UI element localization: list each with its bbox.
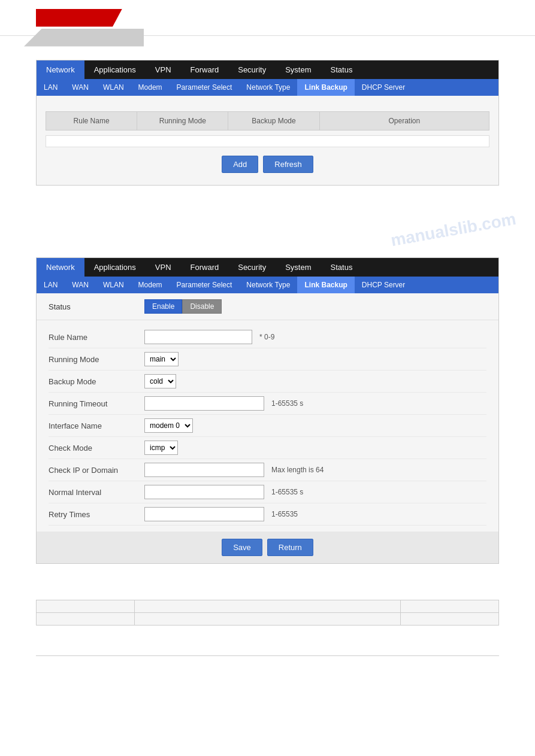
section-link-backup-form: Network Applications VPN Forward Securit… xyxy=(36,257,499,564)
hint-running-timeout: 1-65535 s xyxy=(271,399,303,408)
label-running-timeout: Running Timeout xyxy=(49,399,144,408)
sub-tab-networktype-1[interactable]: Network Type xyxy=(239,79,297,96)
sub-tab-wlan-1[interactable]: WLAN xyxy=(96,79,131,96)
nav-tab-security-2[interactable]: Security xyxy=(228,258,276,277)
hint-rule-name: * 0-9 xyxy=(259,333,274,341)
col-rule-name-header: Rule Name xyxy=(46,112,137,130)
section-link-backup-list: Network Applications VPN Forward Securit… xyxy=(36,60,499,186)
content-area-1: Rule Name Running Mode Backup Mode Opera… xyxy=(37,96,498,185)
nav-tab-applications-1[interactable]: Applications xyxy=(84,60,146,79)
nav-tab-applications-2[interactable]: Applications xyxy=(84,258,146,277)
select-check-mode[interactable]: icmp xyxy=(144,441,178,455)
nav-tabs-sub-1: LAN WAN WLAN Modem Parameter Select Netw… xyxy=(37,79,498,96)
save-button[interactable]: Save xyxy=(222,539,262,556)
input-running-timeout[interactable] xyxy=(144,396,264,411)
disable-button[interactable]: Disable xyxy=(182,299,222,314)
form-row-normal-interval: Normal Interval 1-65535 s xyxy=(49,481,486,503)
form-row-check-ip: Check IP or Domain Max length is 64 xyxy=(49,459,486,481)
input-check-ip[interactable] xyxy=(144,463,264,477)
sub-tab-lan-2[interactable]: LAN xyxy=(37,277,65,293)
control-check-ip: Max length is 64 xyxy=(144,463,486,477)
bottom-cell-1-3 xyxy=(401,600,498,612)
control-normal-interval: 1-65535 s xyxy=(144,485,486,499)
nav-tab-forward-2[interactable]: Forward xyxy=(181,258,229,277)
sub-tab-wan-1[interactable]: WAN xyxy=(65,79,96,96)
label-check-mode: Check Mode xyxy=(49,444,144,453)
form-row-rule-name: Rule Name * 0-9 xyxy=(49,326,486,348)
control-interface-name: modem 0 xyxy=(144,418,486,433)
logo-red xyxy=(36,9,132,27)
select-running-mode[interactable]: main xyxy=(144,352,179,366)
nav-tab-vpn-1[interactable]: VPN xyxy=(146,60,181,79)
sub-tab-linkbackup-2[interactable]: Link Backup xyxy=(297,277,354,293)
sub-tab-wlan-2[interactable]: WLAN xyxy=(96,277,131,293)
logo xyxy=(36,9,168,27)
sub-tab-lan-1[interactable]: LAN xyxy=(37,79,65,96)
label-backup-mode: Backup Mode xyxy=(49,377,144,386)
refresh-button[interactable]: Refresh xyxy=(263,156,313,173)
return-button[interactable]: Return xyxy=(267,539,313,556)
input-normal-interval[interactable] xyxy=(144,485,264,499)
sub-tab-paramselect-2[interactable]: Parameter Select xyxy=(170,277,240,293)
page-wrapper: Network Applications VPN Forward Securit… xyxy=(0,0,535,756)
nav-tab-vpn-2[interactable]: VPN xyxy=(146,258,181,277)
label-normal-interval: Normal Interval xyxy=(49,488,144,497)
enable-button[interactable]: Enable xyxy=(144,299,182,314)
bottom-separator xyxy=(36,655,499,656)
control-running-timeout: 1-65535 s xyxy=(144,396,486,411)
header-bar xyxy=(0,0,535,36)
label-retry-times: Retry Times xyxy=(49,510,144,519)
sub-tab-wan-2[interactable]: WAN xyxy=(65,277,96,293)
form-row-running-timeout: Running Timeout 1-65535 s xyxy=(49,393,486,415)
status-label: Status xyxy=(49,302,144,311)
hint-retry-times: 1-65535 xyxy=(271,510,298,518)
nav-tab-network-2[interactable]: Network xyxy=(37,258,84,277)
sub-tab-dhcp-1[interactable]: DHCP Server xyxy=(355,79,412,96)
form-row-interface-name: Interface Name modem 0 xyxy=(49,415,486,437)
bottom-table-row-2 xyxy=(37,613,498,625)
select-interface-name[interactable]: modem 0 xyxy=(144,418,193,433)
nav-tab-system-1[interactable]: System xyxy=(276,60,321,79)
add-button[interactable]: Add xyxy=(222,156,258,173)
form-row-backup-mode: Backup Mode cold xyxy=(49,371,486,393)
sub-tab-networktype-2[interactable]: Network Type xyxy=(239,277,297,293)
nav-tabs-top-2: Network Applications VPN Forward Securit… xyxy=(37,258,498,277)
nav-tab-security-1[interactable]: Security xyxy=(228,60,276,79)
logo-gray xyxy=(24,29,144,47)
input-rule-name[interactable] xyxy=(144,330,252,344)
label-running-mode: Running Mode xyxy=(49,355,144,364)
sub-tab-modem-1[interactable]: Modem xyxy=(131,79,170,96)
label-interface-name: Interface Name xyxy=(49,421,144,430)
input-retry-times[interactable] xyxy=(144,507,264,521)
bottom-cell-1-2 xyxy=(135,600,400,612)
control-backup-mode: cold xyxy=(144,374,486,388)
nav-tab-forward-1[interactable]: Forward xyxy=(181,60,229,79)
sub-tab-modem-2[interactable]: Modem xyxy=(131,277,170,293)
bottom-cell-2-2 xyxy=(135,613,400,625)
status-row: Status Enable Disable xyxy=(37,293,498,320)
bottom-cell-2-3 xyxy=(401,613,498,625)
bottom-table xyxy=(36,600,499,626)
nav-tab-status-2[interactable]: Status xyxy=(321,258,362,277)
nav-tabs-top-1: Network Applications VPN Forward Securit… xyxy=(37,60,498,79)
control-running-mode: main xyxy=(144,352,486,366)
hint-check-ip: Max length is 64 xyxy=(271,466,324,474)
bottom-cell-1-1 xyxy=(37,600,135,612)
bottom-cell-2-1 xyxy=(37,613,135,625)
btn-row-1: Add Refresh xyxy=(46,150,489,179)
nav-tab-status-1[interactable]: Status xyxy=(321,60,362,79)
select-backup-mode[interactable]: cold xyxy=(144,374,176,388)
col-running-mode-header: Running Mode xyxy=(137,112,228,130)
watermark-area: manualslib.com xyxy=(0,198,535,245)
nav-tab-system-2[interactable]: System xyxy=(276,258,321,277)
nav-tab-network-1[interactable]: Network xyxy=(37,60,84,79)
sub-tab-dhcp-2[interactable]: DHCP Server xyxy=(355,277,412,293)
label-check-ip: Check IP or Domain xyxy=(49,466,144,475)
form-row-running-mode: Running Mode main xyxy=(49,348,486,371)
form-row-retry-times: Retry Times 1-65535 xyxy=(49,503,486,526)
label-rule-name: Rule Name xyxy=(49,333,144,342)
sub-tab-linkbackup-1[interactable]: Link Backup xyxy=(297,79,354,96)
sub-tab-paramselect-1[interactable]: Parameter Select xyxy=(170,79,240,96)
col-operation-header: Operation xyxy=(320,112,489,130)
btn-row-form: Save Return xyxy=(37,533,498,562)
